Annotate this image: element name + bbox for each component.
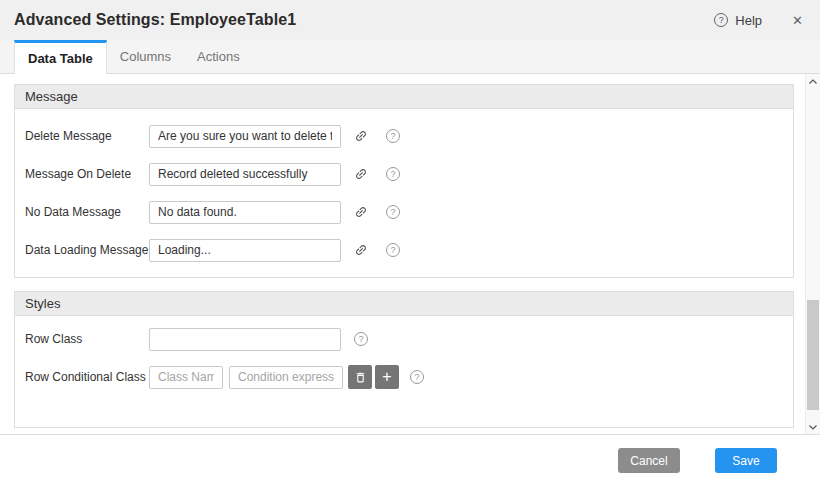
help-link[interactable]: Help [735,13,762,28]
plus-icon: + [382,368,391,386]
class-name-input[interactable] [149,366,223,389]
dialog-header: Advanced Settings: EmployeeTable1 ? Help… [0,0,820,40]
tab-columns[interactable]: Columns [107,40,184,73]
message-section-body: Delete Message ? Message On Delete [15,109,793,277]
scroll-down-arrow-icon[interactable] [806,420,820,434]
tab-content: Message Delete Message ? Message On Dele… [0,74,820,434]
link-icon[interactable] [354,129,368,143]
field-label: Message On Delete [25,167,149,181]
message-on-delete-input[interactable] [149,163,341,186]
add-row-button[interactable]: + [375,365,399,389]
field-help-icon[interactable]: ? [410,370,424,384]
help-icon[interactable]: ? [714,13,728,27]
field-row: Row Conditional Class + ? [15,358,793,396]
field-row: Delete Message ? [15,117,793,155]
tab-data-table[interactable]: Data Table [14,40,107,74]
field-help-icon[interactable]: ? [386,167,400,181]
field-help-icon[interactable]: ? [386,243,400,257]
scroll-up-arrow-icon[interactable] [806,74,820,88]
delete-message-input[interactable] [149,125,341,148]
styles-section: Styles Row Class ? Row Conditional Class [14,291,794,428]
field-row: Row Class ? [15,320,793,358]
field-help-icon[interactable]: ? [386,129,400,143]
message-section: Message Delete Message ? Message On Dele… [14,84,794,278]
link-icon[interactable] [354,205,368,219]
trash-icon [354,371,367,384]
field-row: Message On Delete ? [15,155,793,193]
field-label: Row Conditional Class [25,370,149,384]
field-help-icon[interactable]: ? [354,332,368,346]
vertical-scrollbar[interactable] [805,74,820,434]
close-icon[interactable]: ✕ [792,14,803,27]
field-row: Data Loading Message ? [15,231,793,269]
field-help-icon[interactable]: ? [386,205,400,219]
save-button[interactable]: Save [715,448,777,473]
condition-expression-input[interactable] [229,366,343,389]
tab-bar: Data Table Columns Actions [0,40,820,74]
field-label: No Data Message [25,205,149,219]
scroll-pane: Message Delete Message ? Message On Dele… [0,74,805,434]
styles-section-body: Row Class ? Row Conditional Class [15,316,793,427]
cancel-button[interactable]: Cancel [618,448,680,473]
data-loading-message-input[interactable] [149,239,341,262]
titlebar-actions: ? Help ✕ [714,13,803,28]
no-data-message-input[interactable] [149,201,341,224]
tab-actions[interactable]: Actions [184,40,253,73]
link-icon[interactable] [354,167,368,181]
link-icon[interactable] [354,243,368,257]
field-row: No Data Message ? [15,193,793,231]
styles-section-title: Styles [15,292,793,316]
message-section-title: Message [15,85,793,109]
dialog-title: Advanced Settings: EmployeeTable1 [14,11,714,29]
row-class-input[interactable] [149,328,341,351]
advanced-settings-dialog: Advanced Settings: EmployeeTable1 ? Help… [0,0,820,486]
dialog-footer: Cancel Save [0,434,820,486]
field-label: Delete Message [25,129,149,143]
scrollbar-thumb[interactable] [807,300,819,410]
field-label: Row Class [25,332,149,346]
delete-row-button[interactable] [348,365,372,389]
field-label: Data Loading Message [25,243,149,257]
